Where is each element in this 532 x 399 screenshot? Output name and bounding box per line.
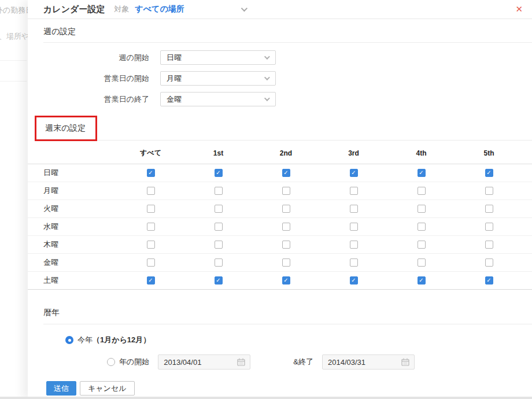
table-cell — [184, 258, 252, 267]
checkbox-木曜-5th[interactable] — [485, 241, 493, 249]
table-cell: ✓ — [252, 169, 320, 177]
checkbox-水曜-4th[interactable] — [418, 223, 426, 231]
checkbox-日曜-すべて[interactable]: ✓ — [147, 169, 155, 177]
week-settings-heading: 週の設定 — [43, 27, 76, 36]
end-date-value: 2014/03/31 — [328, 358, 365, 367]
table-cell — [117, 258, 184, 267]
background-page: 外の勤務日 、場所や — [0, 0, 28, 399]
table-cell — [184, 223, 252, 231]
checkbox-日曜-4th[interactable]: ✓ — [418, 169, 426, 177]
year-start-label: 年の開始 — [119, 357, 149, 367]
table-cell — [184, 187, 252, 195]
workweek-start-select[interactable]: 月曜 — [160, 71, 276, 86]
and-end-label: &終了 — [293, 357, 313, 367]
checkbox-金曜-すべて[interactable] — [147, 258, 155, 267]
table-cell: ✓ — [320, 169, 387, 177]
checkbox-日曜-3rd[interactable]: ✓ — [350, 169, 358, 177]
table-cell — [320, 205, 387, 213]
checkbox-月曜-すべて[interactable] — [147, 187, 155, 195]
workweek-end-value: 金曜 — [167, 94, 182, 105]
table-row-木曜: 木曜 — [28, 236, 532, 254]
checkbox-水曜-すべて[interactable] — [147, 223, 155, 231]
target-label: 対象 — [114, 4, 129, 14]
dialog-title: カレンダー設定 — [43, 4, 105, 15]
start-date-value: 2013/04/01 — [164, 358, 201, 367]
field-row-week-start: 週の開始 日曜 — [28, 50, 532, 65]
checkbox-水曜-3rd[interactable] — [350, 223, 358, 231]
table-cell — [117, 205, 184, 213]
workweek-end-select[interactable]: 金曜 — [160, 92, 276, 106]
checkbox-月曜-4th[interactable] — [418, 187, 426, 195]
checkbox-日曜-5th[interactable]: ✓ — [485, 169, 493, 177]
checkbox-土曜-すべて[interactable]: ✓ — [147, 276, 155, 285]
page-bottom-edge — [0, 397, 532, 399]
checkbox-金曜-3rd[interactable] — [350, 258, 358, 267]
checkbox-土曜-4th[interactable]: ✓ — [418, 276, 426, 285]
checkbox-火曜-3rd[interactable] — [350, 205, 358, 213]
table-cell: ✓ — [252, 276, 320, 285]
end-date-input[interactable]: 2014/03/31 — [322, 354, 415, 370]
checkbox-日曜-2nd[interactable]: ✓ — [282, 169, 290, 177]
weekend-settings-heading-wrap: 週末の設定 — [28, 116, 532, 141]
checkbox-木曜-3rd[interactable] — [350, 241, 358, 249]
checkbox-火曜-4th[interactable] — [418, 205, 426, 213]
table-cell — [387, 241, 455, 249]
checkbox-火曜-1st[interactable] — [215, 205, 223, 213]
row-label: 金曜 — [28, 257, 117, 268]
calendar-settings-dialog: カレンダー設定 対象 すべての場所 ✕ 週の設定 週の開始 日曜 営業日の開始 … — [28, 0, 532, 399]
start-date-input[interactable]: 2013/04/01 — [158, 354, 250, 370]
submit-button[interactable]: 送信 — [46, 381, 76, 396]
checkbox-土曜-2nd[interactable]: ✓ — [282, 276, 290, 285]
checkbox-水曜-1st[interactable] — [215, 223, 223, 231]
table-cell — [184, 205, 252, 213]
checkbox-火曜-すべて[interactable] — [147, 205, 155, 213]
calendar-icon — [401, 358, 409, 366]
table-cell: ✓ — [387, 169, 455, 177]
close-icon[interactable]: ✕ — [515, 4, 523, 14]
checkbox-水曜-5th[interactable] — [485, 223, 493, 231]
checkbox-木曜-すべて[interactable] — [147, 241, 155, 249]
background-text-mid: 、場所や — [0, 31, 28, 42]
scope-dropdown[interactable]: すべての場所 — [135, 4, 245, 14]
checkbox-金曜-2nd[interactable] — [282, 258, 290, 267]
checkbox-金曜-4th[interactable] — [418, 258, 426, 267]
checkbox-月曜-1st[interactable] — [215, 187, 223, 195]
checkbox-土曜-3rd[interactable]: ✓ — [350, 276, 358, 285]
table-cell — [320, 223, 387, 231]
table-cell — [455, 258, 523, 267]
table-row-金曜: 金曜 — [28, 254, 532, 272]
checkbox-月曜-5th[interactable] — [485, 187, 493, 195]
checkbox-木曜-2nd[interactable] — [282, 241, 290, 249]
column-header-すべて: すべて — [117, 148, 184, 158]
calendar-year-heading-wrap: 暦年 — [28, 290, 532, 324]
row-label: 木曜 — [28, 239, 117, 250]
checkbox-月曜-3rd[interactable] — [350, 187, 358, 195]
table-cell: ✓ — [117, 169, 184, 177]
checkbox-金曜-5th[interactable] — [485, 258, 493, 267]
table-cell: ✓ — [455, 169, 523, 177]
table-cell — [252, 241, 320, 249]
cancel-button[interactable]: キャンセル — [80, 381, 135, 396]
checkbox-火曜-5th[interactable] — [485, 205, 493, 213]
this-year-label: 今年（1月から12月） — [77, 335, 150, 345]
this-year-text: 今年 — [77, 335, 93, 344]
weekend-table-body: 日曜✓✓✓✓✓✓月曜火曜水曜木曜金曜土曜✓✓✓✓✓✓ — [28, 164, 532, 290]
checkbox-金曜-1st[interactable] — [215, 258, 223, 267]
dialog-header: カレンダー設定 対象 すべての場所 ✕ — [28, 0, 532, 19]
checkbox-土曜-1st[interactable]: ✓ — [215, 276, 223, 285]
checkbox-木曜-1st[interactable] — [215, 241, 223, 249]
table-row-月曜: 月曜 — [28, 182, 532, 200]
custom-year-radio[interactable] — [107, 358, 115, 366]
checkbox-土曜-5th[interactable]: ✓ — [485, 276, 493, 285]
workweek-start-label: 営業日の開始 — [28, 73, 149, 84]
checkbox-日曜-1st[interactable]: ✓ — [215, 169, 223, 177]
this-year-radio[interactable] — [65, 336, 73, 344]
checkbox-月曜-2nd[interactable] — [282, 187, 290, 195]
checkbox-火曜-2nd[interactable] — [282, 205, 290, 213]
week-start-select[interactable]: 日曜 — [160, 50, 276, 65]
this-year-detail: （1月から12月） — [93, 335, 150, 344]
table-cell — [117, 241, 184, 249]
checkbox-水曜-2nd[interactable] — [282, 223, 290, 231]
checkbox-木曜-4th[interactable] — [418, 241, 426, 249]
row-label: 月曜 — [28, 186, 117, 196]
